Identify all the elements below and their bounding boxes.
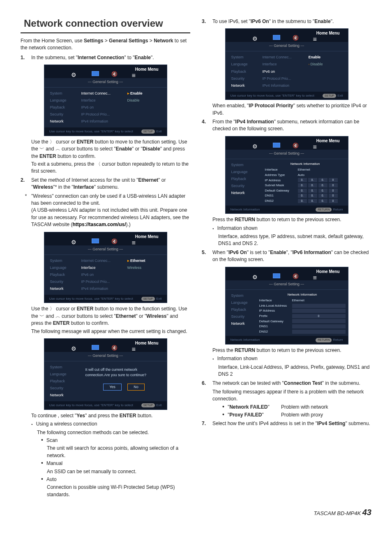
no-button[interactable]: No: [127, 384, 145, 391]
step-6: 6. The network can be tested with "Conne…: [202, 380, 371, 387]
monitor-icon: [273, 35, 280, 40]
tascam-link[interactable]: https://tascam.com/us/: [72, 222, 126, 227]
options: Enable Disable: [122, 88, 167, 127]
asterisk-note: * "Wireless" connection can only be used…: [21, 193, 190, 229]
step-4: 4. From the "IPv4 Information" submenu, …: [202, 118, 371, 133]
gear-icon: [252, 142, 261, 148]
sound-icon: [293, 273, 301, 279]
step-3: 3. To use IPv6, set "IPv6 On" in the sub…: [202, 18, 371, 25]
sound-icon: [293, 142, 301, 148]
confirm-dialog: It will cut off the current network conn…: [81, 361, 167, 401]
sound-icon: [111, 238, 120, 244]
screenshot-internet-connection: Home Menu --- General Setting --- System…: [44, 65, 167, 136]
gear-icon: [252, 273, 261, 279]
screenshot-confirm: Home Menu --- General Setting --- System…: [44, 338, 167, 410]
monitor-icon: [92, 71, 99, 76]
sidebar: System Language Playback Security Networ…: [44, 88, 81, 127]
sound-icon: [111, 345, 120, 350]
step-2: 2. Set the method of Internet access for…: [21, 177, 190, 191]
yes-button[interactable]: Yes: [103, 384, 122, 391]
step-5: 5. When "IPv6 On" is set to "Enable", "I…: [202, 249, 371, 264]
gear-icon: [71, 71, 79, 76]
sound-icon: [111, 71, 120, 76]
submenu: Internet Connec... Interface IPv6 on IP …: [81, 88, 122, 127]
monitor-icon: [273, 143, 280, 148]
monitor-icon: [92, 238, 99, 243]
page-footer: TASCAM BD-MP4K 43: [21, 506, 371, 518]
step-7: 7. Select how the unit's IPv4 address is…: [202, 420, 371, 427]
gear-icon: [71, 238, 79, 244]
screenshot-ipv6-info: Home Menu --- General Setting --- System…: [225, 267, 348, 345]
screenshot-ipv4-info: Home Menu --- General Setting --- System…: [225, 136, 348, 214]
gear-icon: [252, 35, 261, 40]
step-1: 1. In the submenu, set "Internet Connect…: [21, 54, 190, 61]
wireless-heading: Using a wireless connection: [31, 421, 190, 428]
sound-icon: [293, 35, 301, 40]
page-title: Network connection overview: [21, 16, 190, 33]
screenshot-interface: Home Menu --- General Setting --- System…: [44, 232, 167, 303]
gear-icon: [71, 345, 79, 350]
monitor-icon: [92, 345, 99, 350]
screenshot-ipv6on: Home Menu --- General Setting --- System…: [225, 28, 348, 100]
intro: From the Home Screen, use Settings > Gen…: [21, 37, 190, 52]
step1-hint: Use the 〉 cursor or ENTER button to move…: [31, 139, 190, 160]
monitor-icon: [273, 273, 280, 278]
